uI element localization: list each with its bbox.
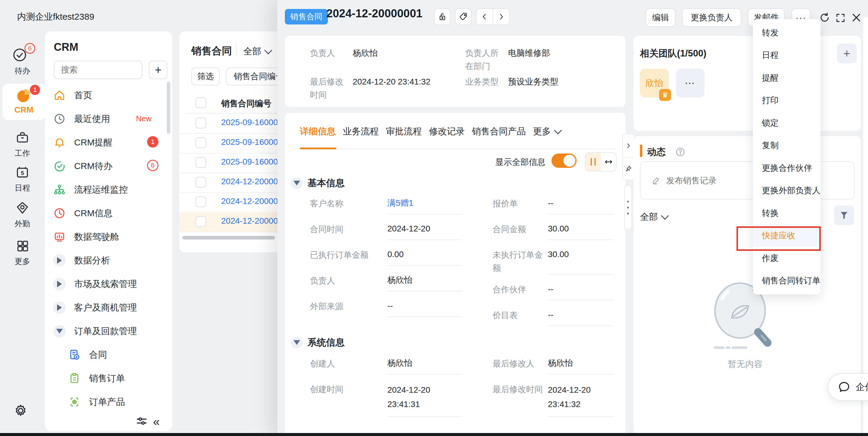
dashboard-icon [53, 231, 66, 243]
vertical-layout-button[interactable] [586, 153, 601, 171]
team-more-button[interactable]: ⋯ [676, 69, 705, 97]
tab-more[interactable]: 更多 [533, 126, 561, 138]
summary-label: 负责人 [310, 46, 345, 60]
panel-drag-handle[interactable] [624, 185, 632, 230]
header-checkbox[interactable] [195, 97, 206, 108]
field-value: 30.00 [548, 223, 614, 240]
sidebar-item-data-cockpit[interactable]: 数据驾驶舱 [53, 225, 119, 248]
horizontal-layout-button[interactable] [601, 153, 616, 171]
prev-record-button[interactable] [476, 9, 493, 25]
tab-more-label: 更多 [533, 126, 551, 138]
row-checkbox[interactable] [195, 157, 206, 168]
tab-approval-flow[interactable]: 审批流程 [386, 126, 422, 138]
pin-panel-button[interactable] [623, 158, 634, 180]
record-type-badge: 销售合同 [285, 9, 328, 25]
contract-number-link[interactable]: 2024-12-200000 [221, 216, 283, 226]
menu-item-lock[interactable]: 锁定 [753, 112, 820, 134]
pencil-icon [651, 176, 661, 185]
sidebar-group-order-payment[interactable]: 订单及回款管理 [53, 320, 137, 343]
help-icon[interactable] [675, 147, 685, 157]
tab-detail-info[interactable]: 详细信息 [300, 126, 336, 138]
feed-scope-dropdown[interactable]: 全部 [640, 211, 668, 223]
contract-number-link[interactable]: 2025-09-160000 [221, 118, 283, 127]
contract-number-link[interactable]: 2025-09-160000 [221, 137, 283, 147]
change-owner-button[interactable]: 更换负责人 [682, 8, 741, 27]
fullscreen-icon[interactable] [835, 12, 846, 23]
row-checkbox[interactable] [195, 216, 206, 227]
sidebar-add-button[interactable]: + [149, 61, 167, 79]
tab-business-flow[interactable]: 业务流程 [343, 126, 379, 138]
menu-item-print[interactable]: 打印 [753, 89, 820, 112]
summary-value: 电脑维修部 [508, 47, 550, 59]
tab-change-log[interactable]: 修改记录 [429, 126, 465, 138]
system-section-header[interactable]: 系统信息 [291, 336, 345, 349]
field-row: 报价单 -- [493, 197, 618, 214]
refresh-icon[interactable] [819, 12, 830, 23]
page-scrollbar-track[interactable] [863, 17, 868, 433]
lock-button[interactable] [434, 8, 451, 25]
rail-label: 外勤 [0, 219, 45, 229]
gear-icon[interactable] [12, 403, 29, 419]
menu-item-convert[interactable]: 转换 [753, 202, 820, 225]
sidebar-group-data-analysis[interactable]: 数据分析 [53, 249, 110, 272]
sidebar-item-flow-monitor[interactable]: 流程运维监控 [53, 178, 128, 201]
tag-button[interactable] [455, 8, 472, 25]
sidebar-item-label: 订单产品 [89, 396, 125, 408]
sidebar-group-market-leads[interactable]: 市场及线索管理 [53, 272, 137, 296]
tab-contract-products[interactable]: 销售合同产品 [472, 126, 526, 138]
menu-item-forward[interactable]: 转发 [753, 22, 820, 44]
show-all-toggle[interactable] [552, 154, 577, 168]
sidebar-item-label: 客户及商机管理 [74, 302, 137, 314]
basic-fields-col2: 报价单 -- 合同金额 30.00 未执行订单金额 30.00 合作伙伴 -- … [493, 197, 618, 334]
collapse-sidebar-icon[interactable]: « [153, 415, 160, 429]
sidebar-item-sales-order[interactable]: 销售订单 [68, 367, 125, 390]
field-row: 价目表 -- [493, 309, 618, 326]
edit-button[interactable]: 编辑 [646, 8, 676, 27]
record-nav-group [476, 8, 510, 25]
menu-item-reminder[interactable]: 提醒 [753, 67, 820, 89]
contract-number-link[interactable]: 2024-12-200000 [221, 177, 283, 186]
feed-filter-button[interactable] [834, 205, 854, 225]
field-value: 杨欣怡 [548, 357, 614, 374]
menu-item-schedule[interactable]: 日程 [753, 44, 820, 67]
menu-item-change-external-owner[interactable]: 更换外部负责人 [753, 179, 820, 202]
horizontal-scrollbar[interactable] [182, 236, 275, 239]
list-scope-dropdown[interactable]: 全部 [243, 45, 271, 58]
row-checkbox[interactable] [195, 137, 206, 148]
active-tab-underline [300, 147, 336, 149]
contract-number-link[interactable]: 2025-09-160000 [221, 157, 283, 167]
add-team-member-button[interactable]: + [837, 44, 857, 63]
close-icon[interactable] [851, 12, 862, 23]
row-checkbox[interactable] [195, 177, 206, 188]
caret-down-icon [53, 325, 66, 337]
field-label: 最后修改时间 [493, 383, 548, 417]
menu-item-copy[interactable]: 复制 [753, 134, 820, 157]
sidebar-item-order-product[interactable]: 订单产品 [68, 390, 125, 413]
sales-record-composer[interactable] [640, 161, 855, 200]
row-checkbox[interactable] [195, 197, 206, 207]
filter-button[interactable]: 筛选 [191, 67, 220, 86]
menu-item-change-partner[interactable]: 更换合作伙伴 [753, 157, 820, 179]
field-value-link[interactable]: 满5赠1 [388, 197, 462, 214]
sidebar-item-crm-info[interactable]: CRM信息 [53, 202, 113, 225]
rail-item-crm[interactable]: 1 CRM [2, 83, 45, 120]
chat-float-button[interactable]: 企信 [828, 373, 868, 401]
sidebar-scrollbar[interactable] [167, 81, 170, 134]
sidebar-group-customer-opportunity[interactable]: 客户及商机管理 [53, 296, 137, 319]
menu-item-contract-to-order[interactable]: 销售合同转订单 [753, 270, 820, 292]
sidebar-item-crm-todo[interactable]: CRM待办 [53, 155, 113, 178]
row-checkbox[interactable] [195, 118, 206, 128]
sidebar-item-crm-reminder[interactable]: CRM提醒 [53, 131, 113, 154]
next-record-button[interactable] [493, 9, 509, 25]
sidebar-item-contract[interactable]: 合同 [68, 343, 107, 366]
field-row: 外部来源 -- [310, 300, 477, 317]
sidebar-search-input[interactable] [54, 61, 142, 79]
sidebar-item-recent[interactable]: 最近使用 [53, 107, 110, 131]
collapse-panel-button[interactable] [623, 134, 634, 158]
sidebar-item-home[interactable]: 首页 [53, 83, 92, 107]
new-tag: New [136, 114, 152, 123]
basic-section-header[interactable]: 基本信息 [291, 177, 345, 189]
contract-number-link[interactable]: 2024-12-200000 [221, 197, 283, 206]
view-settings-sliders-icon[interactable] [135, 414, 148, 428]
summary-label: 业务类型 [465, 75, 500, 89]
